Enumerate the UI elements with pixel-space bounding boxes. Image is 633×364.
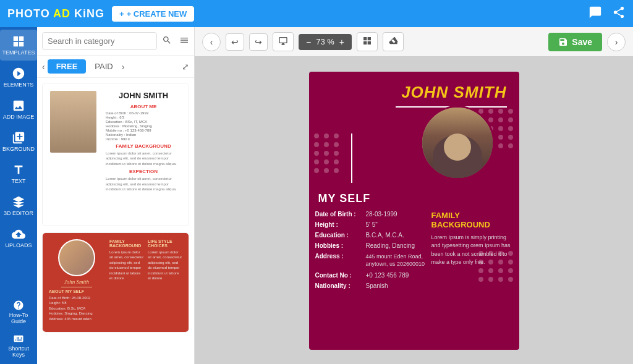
dot [488,268,493,273]
template-2-content: John Smith ABOUT MY SELF Date of Birth: … [43,233,189,332]
sidebar-item-background[interactable]: BKGROUND [0,126,37,157]
template-2-lifestyle-col: LIFE STYLE CHOICES Lorem ipsum dolor sit… [148,239,182,326]
card-nationality-label: Nationality : [315,282,366,289]
template-tabs: ‹ FREE PAID › ⤢ [37,56,194,78]
sidebar-templates-label: TEMPLATES [2,49,35,56]
card-edu-value: B.C.A, M.C.A. [366,232,404,239]
eraser-button[interactable] [383,32,404,51]
template-1-about-title: ABOUT ME [106,104,181,109]
dot [498,126,503,131]
save-button[interactable]: Save [548,33,602,51]
canvas-viewport[interactable]: JOHN SMITH MY SELF Date of Birth : 28-03… [195,57,633,364]
sidebar-item-3deditor[interactable]: 3D EDITOR [0,190,37,221]
card-address-row: Address : 445 mount Eden Road, anytown, … [315,253,430,268]
template-2-avatar [58,239,95,276]
template-2-name: John Smith [49,279,104,285]
dot [314,168,319,173]
template-1-income: Income : 990 k [106,137,181,141]
sidebar-item-shortcuts[interactable]: Shortcut Keys [0,329,37,362]
sidebar-addimage-label: ADD IMAGE [3,114,35,120]
monitor-button[interactable] [273,32,294,51]
dot [478,268,483,273]
zoom-control: − 73 % + [299,34,352,50]
card-family-text: Lorem Ipsum is simply printing and types… [431,234,512,267]
card-contact-row: Contact No : +0 123 456 789 [315,272,430,279]
card-height-value: 5' 5" [366,221,378,228]
template-1-person-img [50,91,96,153]
sidebar-item-templates[interactable]: TEMPLATES [0,30,37,61]
search-bar [37,27,194,56]
dot [324,142,329,147]
card-photo-circle [420,106,495,180]
sidebar-3deditor-label: 3D EDITOR [4,210,33,216]
card-height-label: Height : [315,221,366,228]
template-2-about-text: Date of Birth: 28-08-2002Height: 5'8Educ… [49,295,104,321]
template-1-mobile: Mobile no : +0 123-456-789 [106,129,181,132]
template-1-info-col: JOHN SMITH ABOUT ME Date of Birth : 06-0… [106,91,181,218]
template-1-hobbies: Hobbies : Modeling, Singing [106,124,181,128]
search-button[interactable] [159,34,174,49]
template-2-lifestyle-text: Lorem ipsum dolor sit amet, consectetur … [148,250,182,281]
template-2-lifestyle-title: LIFE STYLE CHOICES [148,239,182,248]
template-1-photo-col [50,91,100,218]
card-family-title: FAMILY BACKGROUND [431,211,512,230]
card-hobbies-row: Hobbies : Reading, Dancing [315,242,430,249]
sidebar-icons: TEMPLATES ELEMENTS ADD IMAGE BKGROUND TE… [0,27,37,364]
nav-left-button[interactable]: ‹ [202,33,221,51]
undo-button[interactable]: ↩ [226,33,244,51]
search-input[interactable] [42,32,157,50]
canvas-area: ‹ ↩ ↪ − 73 % + Save › [195,27,633,364]
dot [508,109,513,114]
template-1-edu: Education : BSc, IT, MCA [106,120,181,124]
card-hobbies-value: Reading, Dancing [366,242,415,249]
card-photo-inner [422,108,493,178]
tab-next-button[interactable]: › [122,62,125,72]
app-logo: PHOTO AD KiNG [7,7,104,20]
sidebar-item-elements[interactable]: ELEMENTS [0,62,37,93]
tab-paid-button[interactable]: PAID [88,59,119,74]
sidebar-item-text[interactable]: TEXT [0,158,37,189]
card-design[interactable]: JOHN SMITH MY SELF Date of Birth : 28-03… [309,72,519,350]
redo-button[interactable]: ↪ [249,33,268,51]
tab-prev-button[interactable]: ‹ [42,62,45,72]
sidebar-background-label: BKGROUND [2,146,35,152]
template-1-expection-text: Lorem ipsum dolor sit amet, consectetur … [106,176,181,192]
template-1-name: JOHN SMITH [106,91,181,100]
card-dob-row: Date of Birth : 28-03-1999 [315,211,430,218]
left-panel: ‹ FREE PAID › ⤢ JOHN SMITH ABOUT ME [37,27,195,364]
grid-toggle-button[interactable] [357,32,378,51]
share-icon-button[interactable] [612,6,626,22]
template-card-1[interactable]: JOHN SMITH ABOUT ME Date of Birth : 06-0… [42,83,189,226]
dot [508,126,513,131]
sidebar-item-add-image[interactable]: ADD IMAGE [0,94,37,125]
template-1-family-title: FAMILY BACKGROUND [106,143,181,149]
card-contact-value: +0 123 456 789 [366,272,409,279]
template-2-family-col: FAMILY BACKGROUND Lorem ipsum dolor sit … [109,239,144,326]
dot [314,142,319,147]
zoom-out-button[interactable]: − [305,37,312,47]
card-info-section: Date of Birth : 28-03-1999 Height : 5' 5… [315,211,430,293]
sidebar-bottom: How-To Guide Shortcut Keys [0,296,37,364]
logo-highlight: AD [53,7,70,20]
dots-left [314,133,340,173]
sidebar-item-uploads[interactable]: UPLOADS [0,222,37,253]
sidebar-item-howto[interactable]: How-To Guide [0,296,37,328]
dot [324,159,329,164]
dot [314,151,319,156]
template-card-2[interactable]: John Smith ABOUT MY SELF Date of Birth: … [42,232,189,332]
tab-free-button[interactable]: FREE [48,59,87,74]
dot [508,143,513,148]
dot [508,117,513,122]
card-name: JOHN SMITH [401,83,506,102]
save-label: Save [572,37,592,47]
template-1-expection-title: EXPECTION [106,169,181,174]
template-1-family-text: Lorem ipsum dolor sit amet, consectetur … [106,151,181,166]
card-dob-label: Date of Birth : [315,211,366,218]
dot [334,133,339,138]
chat-icon-button[interactable] [588,6,602,22]
zoom-in-button[interactable]: + [338,37,346,47]
tab-expand-button[interactable]: ⤢ [182,62,189,72]
grid-view-toggle-button[interactable] [177,34,192,49]
create-new-button[interactable]: + + CREATE NEW [112,6,194,22]
nav-right-button[interactable]: › [607,33,626,51]
